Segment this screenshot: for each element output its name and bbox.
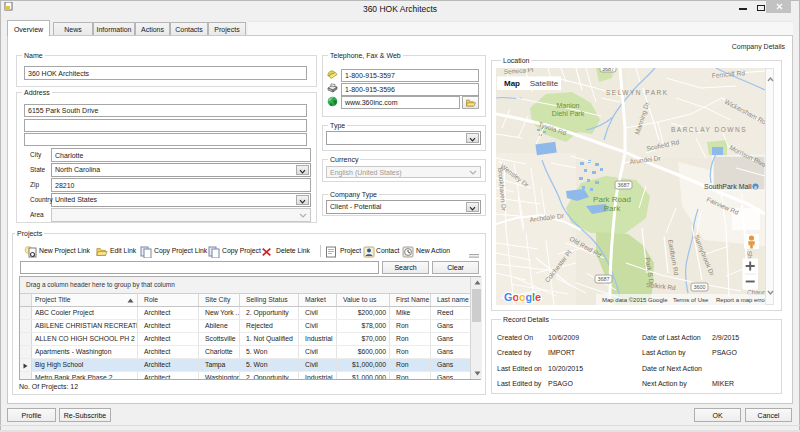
svg-text:Report a map error: Report a map error [716,297,765,303]
svg-text:Map data ©2015 Google: Map data ©2015 Google [602,297,668,303]
svg-text:3600: 3600 [693,284,705,290]
svg-text:Park: Park [604,204,621,213]
svg-text:BARCLAY DOWNS: BARCLAY DOWNS [671,126,747,133]
svg-text:SELWYN PARK: SELWYN PARK [606,89,669,96]
svg-text:3687: 3687 [597,276,609,282]
svg-text:Terms of Use: Terms of Use [673,297,709,303]
svg-text:G: G [504,291,513,303]
svg-text:3687: 3687 [617,182,629,188]
svg-text:Park Road: Park Road [593,195,631,204]
svg-text:SouthPark Mall: SouthPark Mall [704,183,752,190]
svg-text:Satellite: Satellite [530,79,559,88]
svg-text:Manion: Manion [557,102,580,109]
svg-text:e: e [535,291,541,303]
svg-text:Eastburn Rd: Eastburn Rd [667,239,680,276]
svg-text:Diehl Park: Diehl Park [552,110,585,117]
svg-text:Seneca Pl: Seneca Pl [504,68,535,75]
svg-text:a: a [754,184,757,190]
svg-text:Map: Map [504,79,520,88]
svg-text:3687: 3687 [602,68,614,72]
